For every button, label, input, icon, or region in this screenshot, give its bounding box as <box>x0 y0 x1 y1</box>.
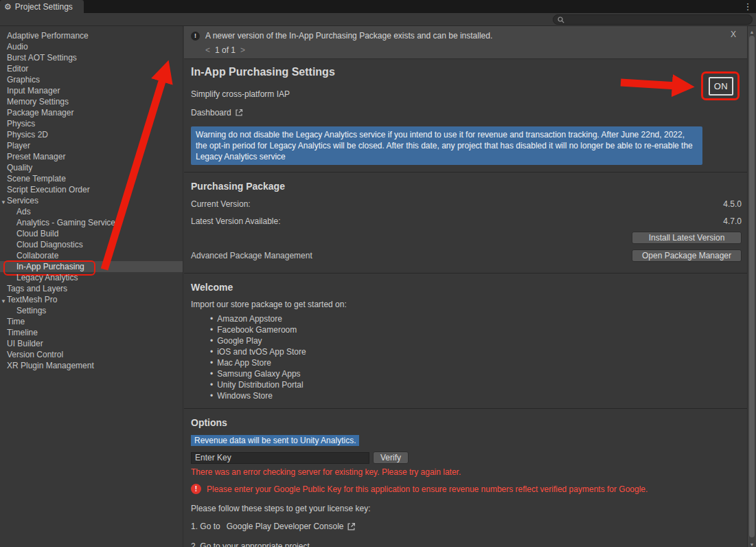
sidebar-item-label: Package Manager <box>7 108 73 118</box>
sidebar-item-label: Scene Template <box>7 174 66 183</box>
server-error-message: There was an error checking server for e… <box>191 467 742 477</box>
sidebar-item[interactable]: Adaptive Performance <box>0 30 183 41</box>
gear-icon <box>4 2 12 12</box>
sidebar-item[interactable]: Player <box>0 140 183 151</box>
sidebar-item[interactable]: Scene Template <box>0 173 183 184</box>
google-play-console-link[interactable]: Google Play Developer Console <box>227 522 344 531</box>
sidebar-item[interactable]: TextMesh Pro <box>0 294 183 305</box>
sidebar-item[interactable]: Physics 2D <box>0 129 183 140</box>
install-latest-version-button[interactable]: Install Latest Version <box>632 232 742 244</box>
main-content: A newer version of the In-App Purchasing… <box>184 26 747 547</box>
sidebar-item-label: Memory Settings <box>7 97 69 107</box>
sidebar-item[interactable]: Quality <box>0 162 183 173</box>
store-list-item: Windows Store <box>210 390 742 401</box>
welcome-heading: Welcome <box>191 282 742 293</box>
external-link-icon <box>235 109 243 117</box>
google-key-error-message: Please enter your Google Public Key for … <box>207 484 648 494</box>
sidebar-item-label: Preset Manager <box>7 152 65 161</box>
options-section: Options Revenue data will be sent to Uni… <box>184 417 747 547</box>
dashboard-link[interactable]: Dashboard <box>191 108 742 118</box>
sidebar-item-label: Services <box>7 196 38 205</box>
search-input[interactable] <box>567 15 748 24</box>
sidebar-item-label: Time <box>7 317 25 326</box>
sidebar-item[interactable]: Timeline <box>0 327 183 338</box>
sidebar-item[interactable]: Collaborate <box>0 250 183 261</box>
sidebar-item[interactable]: Version Control <box>0 349 183 360</box>
project-settings-tab[interactable]: Project Settings <box>0 0 84 13</box>
sidebar-item[interactable]: Analytics - Gaming Services <box>0 217 183 228</box>
sidebar-item[interactable]: Ads <box>0 206 183 217</box>
store-list-item: Google Play <box>210 335 742 346</box>
tab-title: Project Settings <box>15 2 73 12</box>
sidebar-item-label: Tags and Layers <box>7 284 67 293</box>
scroll-down-icon[interactable] <box>748 539 756 547</box>
service-on-toggle[interactable]: ON <box>709 77 733 96</box>
pager-next-button[interactable]: > <box>240 45 245 55</box>
sidebar-item[interactable]: Burst AOT Settings <box>0 52 183 63</box>
sidebar-item-label: Graphics <box>7 75 40 85</box>
sidebar-item[interactable]: Script Execution Order <box>0 184 183 195</box>
sidebar-item[interactable]: Cloud Build <box>0 228 183 239</box>
sidebar-item[interactable]: Input Manager <box>0 85 183 96</box>
scrollbar-thumb[interactable] <box>749 36 755 537</box>
notification-bar: A newer version of the In-App Purchasing… <box>184 26 747 59</box>
toolbar <box>0 13 756 26</box>
sidebar-item[interactable]: UI Builder <box>0 338 183 349</box>
open-package-manager-button[interactable]: Open Package Manager <box>632 249 742 262</box>
legacy-analytics-warning: Warning do not disable the Legacy Analyt… <box>191 126 702 165</box>
store-list-item: Mac App Store <box>210 357 742 368</box>
welcome-intro: Import our store package to get started … <box>191 300 742 309</box>
sidebar-item[interactable]: Audio <box>0 41 183 52</box>
sidebar-item[interactable]: Physics <box>0 118 183 129</box>
license-key-input[interactable] <box>191 452 369 464</box>
sidebar-item-label: Analytics - Gaming Services <box>16 218 119 227</box>
sidebar-item[interactable]: In-App Purchasing <box>0 261 183 272</box>
sidebar-item-label: Legacy Analytics <box>16 273 78 282</box>
sidebar-item-label: In-App Purchasing <box>16 262 84 271</box>
sidebar-item-label: Audio <box>7 42 28 52</box>
step-1: 1. Go to Google Play Developer Console <box>191 522 742 531</box>
sidebar-item-label: UI Builder <box>7 339 43 348</box>
error-icon <box>191 484 201 494</box>
sidebar-item-label: Cloud Diagnostics <box>16 240 83 249</box>
sidebar-item[interactable]: Settings <box>0 305 183 316</box>
sidebar-item[interactable]: Memory Settings <box>0 96 183 107</box>
scroll-up-icon[interactable] <box>748 26 756 34</box>
sidebar-item[interactable]: Package Manager <box>0 107 183 118</box>
sidebar-item-label: Quality <box>7 163 32 172</box>
sidebar-item-label: Player <box>7 141 30 150</box>
close-icon[interactable]: X <box>731 30 736 39</box>
search-box[interactable] <box>553 14 753 25</box>
purchasing-package-section: Purchasing Package Current Version: 4.5.… <box>184 181 747 274</box>
analytics-note: Revenue data will be sent to Unity Analy… <box>191 435 359 446</box>
sidebar-item[interactable]: Cloud Diagnostics <box>0 239 183 250</box>
sidebar-item-label: Settings <box>16 306 46 315</box>
verify-button[interactable]: Verify <box>373 451 409 464</box>
iap-header-section: In-App Purchasing Settings Simplify cros… <box>184 66 747 172</box>
sidebar-item-label: Script Execution Order <box>7 185 90 194</box>
sidebar-item-label: TextMesh Pro <box>7 295 57 304</box>
store-list: Amazon Appstore Facebook Gameroom Google… <box>210 313 742 401</box>
purchasing-package-heading: Purchasing Package <box>191 181 742 192</box>
sidebar-item[interactable]: Editor <box>0 63 183 74</box>
advanced-package-management-label: Advanced Package Management <box>191 251 312 260</box>
pager-prev-button[interactable]: < <box>205 45 210 55</box>
sidebar-item[interactable]: Tags and Layers <box>0 283 183 294</box>
store-list-item: Facebook Gameroom <box>210 324 742 335</box>
store-list-item: Unity Distribution Portal <box>210 379 742 390</box>
step-2: 2. Go to your appropriate project. <box>191 542 742 547</box>
sidebar-item[interactable]: Services <box>0 195 183 206</box>
sidebar-item[interactable]: Time <box>0 316 183 327</box>
kebab-menu-icon[interactable] <box>742 0 753 13</box>
sidebar-item-label: Adaptive Performance <box>7 31 89 41</box>
vertical-scrollbar[interactable] <box>747 26 756 547</box>
sidebar-item[interactable]: Legacy Analytics <box>0 272 183 283</box>
sidebar-item[interactable]: Preset Manager <box>0 151 183 162</box>
sidebar-item[interactable]: XR Plugin Management <box>0 360 183 371</box>
simplify-label: Simplify cross-platform IAP <box>191 89 742 99</box>
notification-pager: < 1 of 1 > <box>205 45 740 55</box>
sidebar-item-label: Collaborate <box>16 251 58 260</box>
sidebar-item-label: Physics <box>7 119 35 129</box>
title-bar: Project Settings <box>0 0 756 13</box>
sidebar-item[interactable]: Graphics <box>0 74 183 85</box>
